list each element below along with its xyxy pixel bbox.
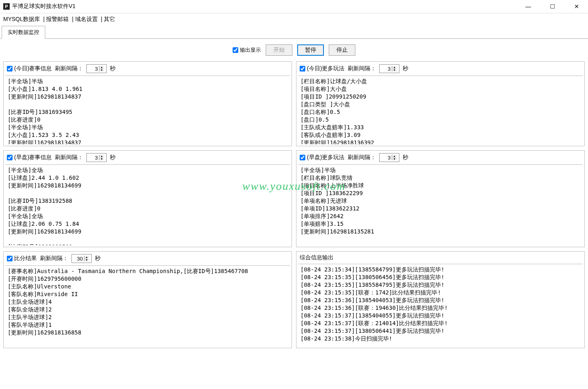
stop-button[interactable]: 停止 <box>329 44 355 56</box>
spinner-down-icon[interactable]: ▼ <box>99 69 104 71</box>
spinner-down-icon[interactable]: ▼ <box>392 158 397 160</box>
summary-output-log[interactable]: [08-24 23:15:34][1385584799]更多玩法扫描完毕! [0… <box>298 264 583 346</box>
tab-realtime-monitor[interactable]: 实时数据监控 <box>2 26 45 39</box>
spinner-up-icon[interactable]: ▲ <box>99 155 104 158</box>
close-button[interactable]: ✕ <box>569 2 585 11</box>
pause-button[interactable]: 暂停 <box>297 44 324 56</box>
today-more-log[interactable]: [栏目名称]让球盘/大小盘 [项目名称]大小盘 [项目ID ]209912502… <box>298 76 583 144</box>
panel-early-match: (早盘)赛事信息 刷新间隔： ▲▼ 秒 [半全场]全场 [让球盘]2.44 1.… <box>3 150 292 247</box>
output-display-checkbox[interactable]: 输出显示 <box>233 46 261 54</box>
tab-bar: 实时数据监控 <box>0 25 588 39</box>
score-result-checkbox[interactable]: 比分结果 <box>7 255 37 262</box>
today-match-checkbox[interactable]: (今日)赛事信息 <box>7 65 52 72</box>
menu-alarm[interactable]: 报警邮箱 <box>46 16 69 22</box>
spinner-up-icon[interactable]: ▲ <box>84 256 89 259</box>
spinner-up-icon[interactable]: ▲ <box>392 155 397 158</box>
spinner-down-icon[interactable]: ▼ <box>99 158 104 160</box>
title-bar: P 平博足球实时接水软件V1 — ☐ ✕ <box>0 0 588 13</box>
today-more-interval[interactable]: ▲▼ <box>379 64 399 73</box>
output-display-input[interactable] <box>233 47 238 53</box>
early-match-interval[interactable]: ▲▼ <box>86 153 107 162</box>
summary-title: 综合信息输出 <box>300 254 334 261</box>
panel-today-more: (今日)更多玩法 刷新间隔： ▲▼ 秒 [栏目名称]让球盘/大小盘 [项目名称]… <box>296 61 585 146</box>
spinner-up-icon[interactable]: ▲ <box>392 66 397 69</box>
today-match-log[interactable]: [半全场]半场 [大小盘]1.813 4.0 1.961 [更新时间]16298… <box>5 76 290 144</box>
spinner-up-icon[interactable]: ▲ <box>99 66 104 69</box>
menu-bar: MYSQL数据库 | 报警邮箱 | 域名设置 | 其它 <box>0 13 588 25</box>
spinner-down-icon[interactable]: ▼ <box>392 69 397 71</box>
menu-domain[interactable]: 域名设置 <box>75 16 98 22</box>
early-match-log[interactable]: [半全场]全场 [让球盘]2.44 1.0 1.602 [更新时间]162981… <box>5 164 290 245</box>
early-more-checkbox[interactable]: (早盘)更多玩法 <box>300 154 344 161</box>
panel-summary-output: 综合信息输出 [08-24 23:15:34][1385584799]更多玩法扫… <box>296 251 585 348</box>
start-button[interactable]: 开始 <box>266 44 292 56</box>
spinner-down-icon[interactable]: ▼ <box>84 259 89 261</box>
today-match-interval[interactable]: ▲▼ <box>86 64 107 73</box>
early-more-interval[interactable]: ▲▼ <box>379 153 399 162</box>
panel-today-match: (今日)赛事信息 刷新间隔： ▲▼ 秒 [半全场]半场 [大小盘]1.813 4… <box>3 61 292 146</box>
menu-other[interactable]: 其它 <box>104 16 115 22</box>
early-more-log[interactable]: [半全场]半场 [栏目名称]球队竞猜 [项目名称]上半场净胜球 [项目ID ]1… <box>298 164 583 245</box>
minimize-button[interactable]: — <box>520 2 536 11</box>
menu-mysql[interactable]: MYSQL数据库 <box>3 16 40 22</box>
score-result-interval[interactable]: ▲▼ <box>71 254 92 263</box>
early-match-checkbox[interactable]: (早盘)赛事信息 <box>7 154 52 161</box>
app-icon: P <box>3 3 10 10</box>
today-more-checkbox[interactable]: (今日)更多玩法 <box>300 65 344 72</box>
panel-score-result: 比分结果 刷新间隔： ▲▼ 秒 [赛事名称]Australia - Tasman… <box>3 251 292 348</box>
toolbar: 输出显示 开始 暂停 停止 <box>0 39 588 61</box>
window-title: 平博足球实时接水软件V1 <box>12 3 520 10</box>
panel-early-more: (早盘)更多玩法 刷新间隔： ▲▼ 秒 [半全场]半场 [栏目名称]球队竞猜 [… <box>296 150 585 247</box>
maximize-button[interactable]: ☐ <box>544 2 561 11</box>
score-result-log[interactable]: [赛事名称]Australia - Tasmania Northern Cham… <box>5 265 290 346</box>
